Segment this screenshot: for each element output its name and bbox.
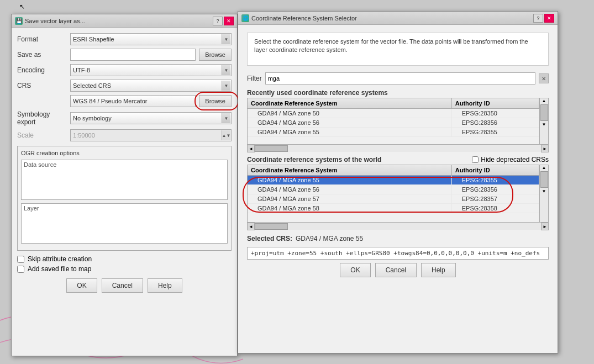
world-table-wrapper: Coordinate Reference System Authority ID…	[243, 165, 553, 223]
world-authority-cell-3: EPSG:28358	[451, 204, 539, 213]
add-to-map-row: Add saved file to map	[17, 265, 232, 273]
skip-attribute-checkbox[interactable]	[17, 256, 24, 263]
crs-window-help-btn[interactable]: ?	[533, 14, 543, 23]
save-window-help-btn[interactable]: ?	[213, 17, 223, 25]
crs-type-dropdown-arrow: ▼	[222, 81, 230, 91]
save-window-title: 💾 Save vector layer as...	[15, 17, 85, 25]
format-select-wrapper: ESRI Shapefile ▼	[70, 33, 232, 45]
world-crs-table: Coordinate Reference System Authority ID…	[248, 165, 539, 213]
crs-value-row: WGS 84 / Pseudo Mercator Browse	[17, 95, 232, 107]
ogr-options-section: OGR creation options Data source Layer	[17, 146, 232, 251]
world-crs-row-3[interactable]: GDA94 / MGA zone 58EPSG:28358	[248, 204, 539, 213]
save-as-label: Save as	[17, 51, 67, 59]
recently-used-table: Coordinate Reference System Authority ID…	[248, 98, 539, 137]
world-crs-row-1[interactable]: GDA94 / MGA zone 56EPSG:28356	[248, 185, 539, 194]
skip-attribute-row: Skip attribute creation	[17, 255, 232, 263]
filter-input[interactable]	[265, 72, 535, 85]
recently-used-scrollbar[interactable]: ▲ ▼	[539, 98, 548, 144]
crs-dropdown-wrapper: Selected CRS ▼	[70, 80, 232, 92]
encoding-label: Encoding	[17, 66, 67, 74]
world-hscroll-left-btn[interactable]: ◄	[247, 223, 255, 230]
filter-clear-btn[interactable]: ✕	[539, 73, 549, 83]
world-authority-cell-1: EPSG:28356	[451, 185, 539, 194]
crs-window-title-text: Coordinate Reference System Selector	[251, 15, 357, 22]
ogr-options-label: OGR creation options	[21, 150, 228, 156]
hide-deprecated-checkbox[interactable]	[472, 156, 479, 163]
save-ok-btn[interactable]: OK	[66, 278, 97, 293]
layer-box: Layer	[21, 203, 228, 244]
recently-used-authority-col: Authority ID	[451, 98, 539, 109]
recently-used-authority-cell-2: EPSG:28355	[451, 128, 539, 137]
world-crs-table-container: Coordinate Reference System Authority ID…	[247, 165, 549, 223]
hscroll-left-btn[interactable]: ◄	[247, 145, 255, 152]
filter-row: Filter ✕	[243, 70, 553, 87]
world-hscroll: ◄ ►	[247, 223, 549, 230]
world-crs-header-row: Coordinate Reference System Authority ID	[248, 165, 539, 176]
recently-used-row-0[interactable]: GDA94 / MGA zone 50EPSG:28350	[248, 109, 539, 118]
world-crs-row-2[interactable]: GDA94 / MGA zone 57EPSG:28357	[248, 194, 539, 204]
encoding-row: Encoding UTF-8 ▼	[17, 64, 232, 76]
proj-string-box: +proj=utm +zone=55 +south +ellps=GRS80 +…	[247, 247, 549, 260]
save-window-titlebar: 💾 Save vector layer as... ? ✕	[12, 14, 237, 28]
recently-used-row-1[interactable]: GDA94 / MGA zone 56EPSG:28356	[248, 118, 539, 128]
recently-used-header-row: Coordinate Reference System Authority ID	[248, 98, 539, 109]
save-window-icon: 💾	[15, 17, 23, 25]
data-source-input[interactable]	[22, 169, 227, 199]
encoding-select-wrapper: UTF-8 ▼	[70, 64, 232, 76]
world-crs-cell-0: GDA94 / MGA zone 55	[248, 176, 451, 185]
crs-window-controls: ? ✕	[533, 14, 554, 23]
format-row: Format ESRI Shapefile ▼	[17, 33, 232, 45]
crs-window-title: 🌐 Coordinate Reference System Selector	[241, 14, 357, 22]
cursor: ↖	[19, 3, 26, 13]
world-hscroll-right-btn[interactable]: ►	[541, 223, 549, 230]
world-crs-cell-1: GDA94 / MGA zone 56	[248, 185, 451, 194]
add-to-map-label: Add saved file to map	[28, 265, 91, 273]
save-cancel-btn[interactable]: Cancel	[102, 278, 143, 293]
crs-type-select[interactable]: Selected CRS	[70, 80, 232, 92]
recently-used-row-2[interactable]: GDA94 / MGA zone 55EPSG:28355	[248, 128, 539, 137]
format-label: Format	[17, 35, 67, 43]
format-select[interactable]: ESRI Shapefile	[70, 33, 232, 45]
save-window-title-text: Save vector layer as...	[25, 18, 85, 24]
recently-used-table-container: Coordinate Reference System Authority ID…	[247, 98, 549, 145]
world-authority-cell-2: EPSG:28357	[451, 194, 539, 204]
crs-cancel-btn[interactable]: Cancel	[375, 263, 417, 277]
hide-deprecated-container: Hide deprecated CRSs	[472, 156, 549, 163]
save-window-close-btn[interactable]: ✕	[224, 17, 234, 25]
world-crs-scrollbar[interactable]: ▲ ▼	[539, 165, 548, 222]
symbology-label: Symbology export	[17, 110, 67, 126]
world-crs-cell-3: GDA94 / MGA zone 58	[248, 204, 451, 213]
symbology-row: Symbology export No symbology ▼	[17, 110, 232, 126]
hscroll-thumb[interactable]	[255, 145, 288, 152]
recently-used-scrollbar-thumb[interactable]	[540, 104, 548, 121]
scale-label: Scale	[17, 131, 67, 139]
skip-attribute-label: Skip attribute creation	[28, 255, 92, 263]
crs-dropdown-row: CRS Selected CRS ▼	[17, 80, 232, 92]
crs-window-titlebar: 🌐 Coordinate Reference System Selector ?…	[238, 12, 558, 25]
world-hscroll-thumb[interactable]	[255, 223, 288, 230]
save-as-browse-btn[interactable]: Browse	[199, 49, 232, 61]
data-source-box: Data source	[21, 160, 228, 200]
crs-help-btn[interactable]: Help	[421, 263, 456, 277]
crs-browse-btn[interactable]: Browse	[199, 95, 232, 107]
world-authority-col: Authority ID	[451, 165, 539, 176]
encoding-select[interactable]: UTF-8	[70, 64, 232, 76]
hscroll-right-btn[interactable]: ►	[541, 145, 549, 152]
world-authority-cell-0: EPSG:28355	[451, 176, 539, 185]
save-as-input[interactable]	[70, 49, 196, 61]
crs-ok-btn[interactable]: OK	[340, 263, 370, 277]
crs-selector-window: 🌐 Coordinate Reference System Selector ?…	[238, 11, 558, 354]
save-window-content: Format ESRI Shapefile ▼ Save as Browse E…	[12, 28, 237, 298]
crs-window-close-btn[interactable]: ✕	[544, 14, 554, 23]
world-crs-row-0[interactable]: GDA94 / MGA zone 55EPSG:28355	[248, 176, 539, 185]
symbology-select[interactable]: No symbology	[70, 112, 232, 124]
scale-select-wrapper: 1:50000 ▲▼	[70, 129, 232, 141]
crs-window-icon: 🌐	[241, 14, 249, 22]
filter-label: Filter	[247, 75, 262, 82]
save-window-controls: ? ✕	[213, 17, 234, 25]
world-scrollbar-thumb[interactable]	[540, 171, 548, 188]
world-section-header-row: Coordinate reference systems of the worl…	[243, 155, 553, 165]
add-to-map-checkbox[interactable]	[17, 266, 24, 273]
save-help-btn[interactable]: Help	[148, 278, 182, 293]
layer-input[interactable]	[22, 213, 227, 243]
